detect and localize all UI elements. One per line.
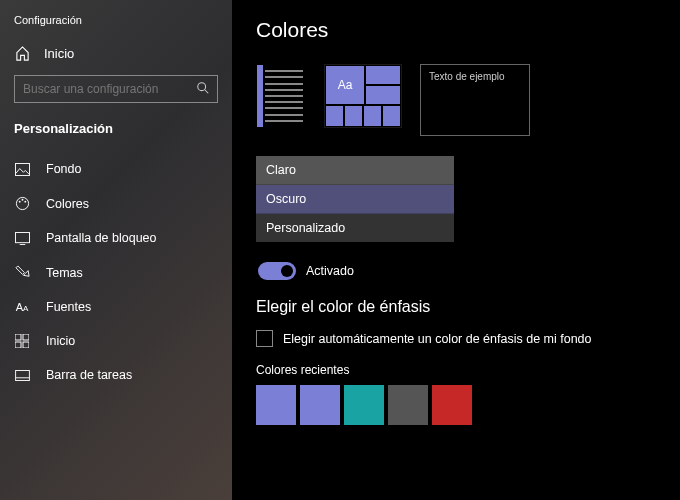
recent-color-swatches	[256, 385, 656, 425]
sidebar-item-taskbar[interactable]: Barra de tareas	[0, 358, 232, 392]
color-swatch[interactable]	[256, 385, 296, 425]
sidebar-item-colores[interactable]: Colores	[0, 186, 232, 221]
palette-icon	[14, 196, 30, 211]
sidebar-item-label: Fondo	[46, 162, 81, 176]
preview-sample-text: Texto de ejemplo	[429, 71, 505, 82]
svg-rect-11	[15, 342, 21, 348]
preview-aa-label: Aa	[325, 65, 365, 105]
themes-icon	[14, 265, 30, 280]
svg-rect-7	[15, 232, 29, 242]
toggle-state-label: Activado	[306, 264, 354, 278]
auto-accent-label: Elegir automáticamente un color de énfas…	[283, 332, 592, 346]
color-swatch[interactable]	[300, 385, 340, 425]
auto-accent-row: Elegir automáticamente un color de énfas…	[256, 330, 656, 347]
svg-point-5	[21, 199, 23, 201]
svg-rect-2	[15, 163, 29, 175]
dropdown-option-oscuro[interactable]: Oscuro	[256, 185, 454, 214]
svg-point-6	[24, 201, 26, 203]
svg-point-4	[18, 201, 20, 203]
svg-rect-12	[23, 342, 29, 348]
lockscreen-icon	[14, 232, 30, 245]
sidebar-item-label: Temas	[46, 266, 83, 280]
sidebar-item-label: Colores	[46, 197, 89, 211]
page-title: Colores	[256, 18, 656, 42]
start-icon	[14, 334, 30, 348]
taskbar-icon	[14, 370, 30, 381]
dropdown-option-claro[interactable]: Claro	[256, 156, 454, 185]
category-title: Personalización	[0, 117, 232, 152]
accent-section-title: Elegir el color de énfasis	[256, 298, 656, 316]
svg-rect-10	[23, 334, 29, 340]
sidebar-item-label: Barra de tareas	[46, 368, 132, 382]
color-swatch[interactable]	[344, 385, 384, 425]
app-title: Configuración	[0, 10, 232, 38]
transparency-toggle-row: Activado	[258, 262, 656, 280]
nav-home[interactable]: Inicio	[0, 38, 232, 75]
sidebar-item-fuentes[interactable]: AA Fuentes	[0, 290, 232, 324]
sidebar-item-temas[interactable]: Temas	[0, 255, 232, 290]
auto-accent-checkbox[interactable]	[256, 330, 273, 347]
search-input[interactable]	[14, 75, 218, 103]
sidebar-item-label: Pantalla de bloqueo	[46, 231, 157, 245]
sidebar-item-inicio[interactable]: Inicio	[0, 324, 232, 358]
sidebar: Configuración Inicio Personalización Fon…	[0, 0, 232, 500]
preview-thumbnail-1[interactable]	[256, 64, 306, 128]
sidebar-item-lockscreen[interactable]: Pantalla de bloqueo	[0, 221, 232, 255]
nav-home-label: Inicio	[44, 46, 74, 61]
color-previews: Aa Texto de ejemplo	[256, 64, 656, 136]
home-icon	[14, 46, 30, 61]
color-swatch[interactable]	[388, 385, 428, 425]
preview-thumbnail-3[interactable]: Texto de ejemplo	[420, 64, 530, 136]
svg-point-0	[198, 83, 206, 91]
picture-icon	[14, 163, 30, 176]
search-wrap	[14, 75, 218, 103]
svg-rect-9	[15, 334, 21, 340]
color-mode-dropdown[interactable]: Claro Oscuro Personalizado	[256, 156, 454, 242]
main-panel: Colores Aa Texto de ejemplo Claro Oscuro…	[232, 0, 680, 500]
sidebar-item-fondo[interactable]: Fondo	[0, 152, 232, 186]
sidebar-item-label: Fuentes	[46, 300, 91, 314]
svg-rect-13	[15, 370, 29, 380]
search-icon	[196, 81, 210, 95]
preview-thumbnail-2[interactable]: Aa	[324, 64, 402, 128]
sidebar-item-label: Inicio	[46, 334, 75, 348]
color-swatch[interactable]	[432, 385, 472, 425]
recent-colors-label: Colores recientes	[256, 363, 656, 377]
transparency-toggle[interactable]	[258, 262, 296, 280]
svg-line-1	[205, 90, 209, 94]
fonts-icon: AA	[14, 301, 30, 313]
dropdown-option-personalizado[interactable]: Personalizado	[256, 214, 454, 242]
